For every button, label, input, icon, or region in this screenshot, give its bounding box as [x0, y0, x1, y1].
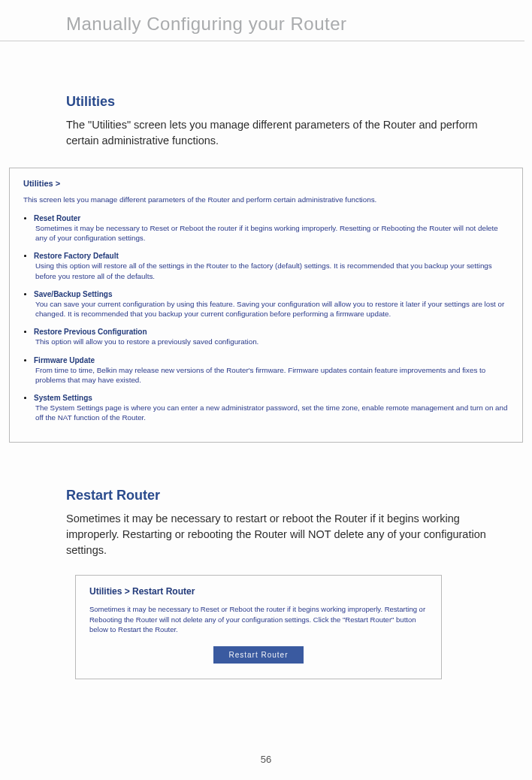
utilities-item-title[interactable]: Restore Previous Configuration [34, 328, 512, 336]
utilities-item: Restore Previous Configuration This opti… [34, 328, 512, 346]
utilities-item-title[interactable]: Save/Backup Settings [34, 290, 512, 298]
utilities-screenshot-box: Utilities > This screen lets you manage … [9, 168, 523, 443]
page-number: 56 [0, 754, 532, 765]
utilities-item-desc: You can save your current configuration … [35, 299, 512, 319]
utilities-item: Restore Factory Default Using this optio… [34, 252, 512, 280]
restart-router-button[interactable]: Restart Router [213, 646, 303, 664]
restart-section: Restart Router Sometimes it may be neces… [0, 488, 532, 679]
utilities-box-title: Utilities > [23, 179, 512, 188]
restart-box-desc: Sometimes it may be necessary to Reset o… [89, 604, 428, 634]
utilities-item-desc: This option will allow you to restore a … [35, 337, 512, 346]
utilities-section: Utilities The "Utilities" screen lets yo… [0, 94, 532, 149]
restart-body: Sometimes it may be necessary to restart… [66, 511, 494, 558]
utilities-heading: Utilities [66, 94, 494, 110]
utilities-items-list: Reset Router Sometimes it may be necessa… [23, 214, 512, 422]
utilities-item-desc: Using this option will restore all of th… [35, 261, 512, 280]
utilities-item-title[interactable]: Restore Factory Default [34, 252, 512, 260]
utilities-box-intro: This screen lets you manage different pa… [23, 195, 512, 204]
utilities-item: Save/Backup Settings You can save your c… [34, 290, 512, 319]
utilities-item-title[interactable]: System Settings [34, 394, 512, 402]
restart-screenshot-box: Utilities > Restart Router Sometimes it … [75, 575, 442, 679]
utilities-item: Reset Router Sometimes it may be necessa… [34, 214, 512, 243]
restart-heading: Restart Router [66, 488, 494, 503]
page-header: Manually Configuring your Router [0, 0, 524, 41]
utilities-item: System Settings The System Settings page… [34, 394, 512, 422]
utilities-body: The "Utilities" screen lets you manage d… [66, 117, 494, 149]
utilities-item-title[interactable]: Reset Router [34, 214, 512, 222]
restart-box-title: Utilities > Restart Router [89, 586, 428, 597]
utilities-item: Firmware Update From time to time, Belki… [34, 356, 512, 385]
utilities-item-title[interactable]: Firmware Update [34, 356, 512, 364]
utilities-item-desc: Sometimes it may be necessary to Reset o… [35, 223, 512, 243]
utilities-item-desc: From time to time, Belkin may release ne… [35, 365, 512, 385]
utilities-item-desc: The System Settings page is where you ca… [35, 403, 512, 422]
